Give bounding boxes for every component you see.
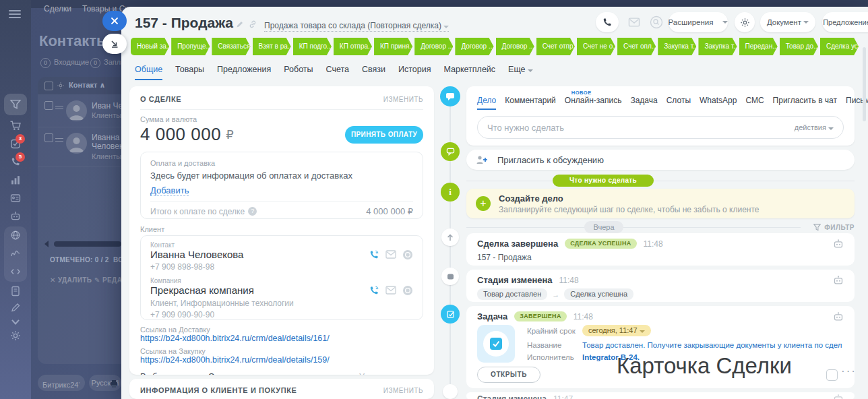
delivery-link[interactable]: https://b24-xd800h.bitrix24.ru/crm/deal/… [140, 334, 423, 343]
plus-icon[interactable]: + [476, 196, 491, 211]
stage-item[interactable]: Новый за... [131, 38, 169, 55]
tl-tab-whatsapp[interactable]: WhatsApp [700, 96, 737, 110]
tl-tab-task[interactable]: Задача [630, 96, 657, 110]
document-icon[interactable] [9, 286, 22, 297]
task-name-link[interactable]: Товар доставлен. Получите закрывающие до… [582, 341, 842, 349]
stage-item[interactable]: Договор ... [496, 38, 534, 55]
actions-dropdown[interactable]: действия [795, 123, 834, 131]
close-slider-button[interactable] [102, 11, 127, 31]
timeline-entry-partial[interactable]: Стадия изменена 11:47 [466, 392, 855, 399]
edit-section-button[interactable]: ИЗМЕНИТЬ [383, 387, 423, 394]
extensions-button[interactable]: Расширения [669, 12, 728, 32]
stage-item[interactable]: Закупка т... [698, 38, 737, 55]
more-menu-icon[interactable]: ··· [841, 365, 857, 378]
pen-icon[interactable] [9, 302, 22, 313]
globe-icon[interactable] [9, 230, 22, 241]
stage-item[interactable]: Взят в ра... [253, 38, 291, 55]
crm-card-icon[interactable] [9, 193, 22, 204]
offer-button[interactable]: Предложение [822, 12, 868, 32]
help-icon[interactable]: ? [248, 207, 257, 216]
tab-general[interactable]: Общие [135, 65, 162, 80]
document-button[interactable]: Документ [760, 12, 815, 32]
timeline-entry-stage-changed[interactable]: Стадия изменена 11:48 Товар доставлен → … [466, 270, 855, 302]
collapse-slider-button[interactable] [102, 34, 127, 54]
code-icon[interactable] [9, 266, 22, 277]
tl-tab-sms[interactable]: СМС [745, 96, 764, 110]
mail-icon[interactable] [628, 18, 640, 27]
call-button[interactable] [596, 12, 619, 32]
stage-item[interactable]: Счет отпр... [536, 38, 575, 55]
deadline-pill[interactable]: сегодня, 11:47 [582, 325, 651, 336]
call-company-icon[interactable] [369, 285, 379, 296]
timeline-entry-deal-finished[interactable]: Сделка завершена СДЕЛКА УСПЕШНА 11:48 15… [466, 233, 855, 266]
tl-tab-activity[interactable]: Дело [477, 96, 496, 110]
company-name[interactable]: Прекрасная компания [150, 284, 254, 296]
company-phone[interactable]: +7 909 090-90-90 [150, 310, 413, 319]
new-badge: НОВОЕ [571, 90, 592, 96]
deal-category-selector[interactable]: Продажа товара со склада (Повторная сдел… [264, 21, 449, 32]
tab-invoices[interactable]: Счета [326, 65, 349, 80]
gear-icon[interactable] [9, 330, 22, 341]
copy-link-icon[interactable] [249, 20, 257, 28]
tl-tab-online-booking[interactable]: НОВОЕОнлайн-запись [565, 96, 622, 110]
chevron-down-icon[interactable] [9, 317, 22, 328]
add-payment-link[interactable]: Добавить [150, 185, 189, 196]
tl-tab-slots[interactable]: Слоты [666, 96, 691, 110]
stage-item[interactable]: КП отпра... [334, 38, 372, 55]
stage-item[interactable]: Договор ... [455, 38, 493, 55]
settings-button[interactable] [735, 12, 755, 32]
timeline-stage-icon [443, 384, 458, 399]
select-field-link[interactable]: Выбрать поле [140, 371, 197, 375]
delete-section-link[interactable]: Удалить раздел [359, 371, 423, 375]
edit-title-icon[interactable] [236, 20, 244, 28]
open-task-button[interactable]: ОТКРЫТЬ [477, 367, 540, 383]
stage-item[interactable]: Пропуще... [171, 38, 210, 55]
stage-item[interactable]: Связаться... [212, 38, 250, 55]
purchase-link[interactable]: https://b24-xd800h.bitrix24.ru/crm/deal/… [140, 355, 423, 365]
vertical-scrollbar[interactable] [863, 47, 866, 121]
chart-icon[interactable] [9, 175, 22, 185]
filter-button[interactable]: ФИЛЬТР [801, 221, 855, 233]
filter-icon[interactable] [9, 99, 22, 110]
tab-products[interactable]: Товары [175, 65, 204, 80]
stage-item[interactable]: Счет не о... [577, 38, 615, 55]
contact-name[interactable]: Иванна Человекова [150, 249, 243, 260]
create-field-link[interactable]: Создать поле [208, 371, 264, 375]
stage-item[interactable]: Товар до... [780, 38, 818, 55]
signature-icon[interactable] [9, 248, 22, 259]
invite-discussion-bar[interactable]: Пригласить к обсуждению [466, 150, 855, 170]
contact-phone[interactable]: +7 909 898-98-98 [150, 262, 413, 272]
call-contact-icon[interactable] [369, 249, 379, 260]
create-activity-card[interactable]: + Создайте дело Запланируйте следующий ш… [466, 189, 855, 218]
messenger-icon[interactable] [402, 249, 413, 260]
stage-item[interactable]: Передан... [739, 38, 778, 55]
tab-more[interactable]: Еще [508, 65, 533, 80]
stage-item[interactable]: Сделка ус... [820, 38, 859, 55]
messenger-icon[interactable] [402, 285, 413, 296]
tl-tab-comment[interactable]: Комментарий [505, 96, 556, 110]
stage-item[interactable]: КП подго... [293, 38, 332, 55]
tab-marketplace[interactable]: Маркетплейс [444, 65, 496, 80]
stage-item[interactable]: Договор ... [414, 38, 453, 55]
tab-history[interactable]: История [398, 65, 431, 80]
deal-amount[interactable]: 4 000 000 [140, 124, 221, 145]
accept-payment-button[interactable]: ПРИНЯТЬ ОПЛАТУ [345, 126, 423, 144]
edit-section-button[interactable]: ИЗМЕНИТЬ [383, 96, 423, 103]
stage-item[interactable]: КП приня... [374, 38, 412, 55]
email-company-icon[interactable] [385, 286, 396, 295]
tab-offers[interactable]: Предложения [217, 65, 271, 80]
stage-item[interactable]: Счет опл... [617, 38, 656, 55]
company-label: Компания [150, 277, 413, 284]
client-card: Контакт Иванна Человекова +7 909 898-98-… [140, 235, 423, 320]
cart-icon[interactable] [9, 120, 22, 131]
email-contact-icon[interactable] [385, 250, 396, 259]
tl-tab-invite-chat[interactable]: Пригласить в чат [773, 96, 837, 110]
todo-input[interactable]: Что нужно сделать действия [477, 116, 844, 139]
stage-item[interactable]: Закупка т... [658, 38, 696, 55]
watermark-checkbox[interactable] [826, 369, 838, 381]
tab-links[interactable]: Связи [362, 65, 385, 80]
robot-icon[interactable] [9, 211, 22, 222]
search-icon[interactable] [650, 16, 663, 29]
tab-robots[interactable]: Роботы [284, 65, 313, 80]
menu-icon[interactable] [9, 8, 22, 19]
